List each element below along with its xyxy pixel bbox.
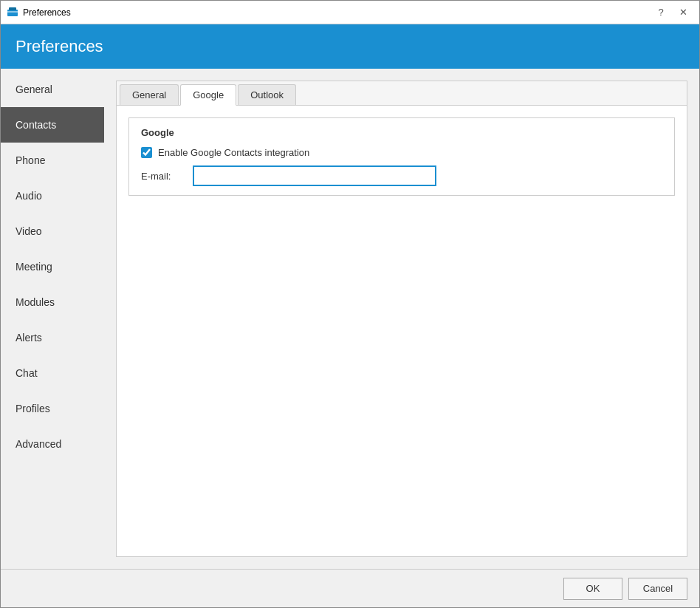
- sidebar-item-meeting[interactable]: Meeting: [1, 249, 104, 284]
- sidebar-item-alerts[interactable]: Alerts: [1, 320, 104, 355]
- sidebar-item-modules[interactable]: Modules: [1, 284, 104, 320]
- app-icon: [7, 7, 18, 18]
- tab-outlook[interactable]: Outlook: [238, 84, 296, 105]
- email-label: E-mail:: [141, 171, 193, 182]
- content-area: General Google Outlook Google Enable Goo…: [104, 69, 699, 569]
- sidebar-item-phone[interactable]: Phone: [1, 143, 104, 178]
- help-button[interactable]: ?: [651, 4, 671, 21]
- title-bar: Preferences ? ✕: [1, 1, 699, 24]
- svg-rect-1: [9, 7, 16, 10]
- sidebar-item-general[interactable]: General: [1, 72, 104, 107]
- sidebar-item-chat[interactable]: Chat: [1, 355, 104, 391]
- sidebar-item-advanced[interactable]: Advanced: [1, 426, 104, 462]
- enable-google-checkbox[interactable]: [141, 147, 152, 158]
- content-panel: General Google Outlook Google Enable Goo…: [116, 81, 687, 557]
- close-button[interactable]: ✕: [673, 4, 693, 21]
- enable-integration-row: Enable Google Contacts integration: [141, 147, 662, 158]
- tab-content-google: Google Enable Google Contacts integratio…: [117, 106, 687, 556]
- email-row: E-mail:: [141, 165, 662, 186]
- main-layout: General Contacts Phone Audio Video Meeti…: [1, 69, 699, 569]
- sidebar: General Contacts Phone Audio Video Meeti…: [1, 69, 104, 569]
- preferences-window: Preferences ? ✕ Preferences General Cont…: [0, 0, 700, 608]
- google-section: Google Enable Google Contacts integratio…: [128, 117, 675, 196]
- tab-google[interactable]: Google: [180, 84, 236, 106]
- window-title: Preferences: [23, 7, 651, 18]
- sidebar-item-audio[interactable]: Audio: [1, 178, 104, 214]
- tab-bar: General Google Outlook: [117, 81, 687, 106]
- email-input[interactable]: [193, 165, 436, 186]
- section-title: Google: [141, 127, 662, 138]
- window-controls: ? ✕: [651, 4, 693, 21]
- cancel-button[interactable]: Cancel: [628, 578, 687, 600]
- app-header: Preferences: [1, 24, 699, 69]
- sidebar-item-video[interactable]: Video: [1, 214, 104, 249]
- tab-general[interactable]: General: [120, 84, 179, 105]
- footer: OK Cancel: [1, 569, 699, 607]
- enable-google-label[interactable]: Enable Google Contacts integration: [158, 147, 309, 158]
- ok-button[interactable]: OK: [563, 578, 622, 600]
- sidebar-item-profiles[interactable]: Profiles: [1, 391, 104, 426]
- sidebar-item-contacts[interactable]: Contacts: [1, 107, 104, 143]
- svg-rect-0: [7, 10, 18, 16]
- app-header-title: Preferences: [16, 37, 103, 56]
